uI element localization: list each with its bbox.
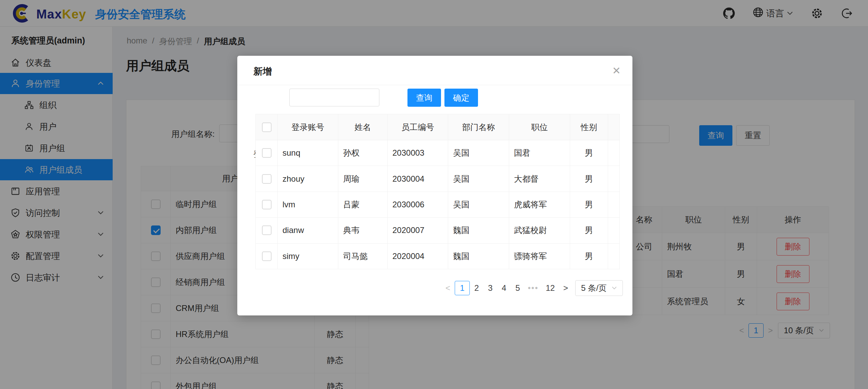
row-checkbox-cell	[256, 218, 278, 243]
modal-pagination: < 1 2 3 4 5 ••• 12 > 5 条/页	[441, 280, 623, 296]
position-cell: 大都督	[509, 166, 570, 192]
modal-divider	[237, 85, 632, 85]
gender-cell: 男	[570, 244, 608, 269]
page-4[interactable]: 4	[497, 281, 511, 295]
account-cell: dianw	[278, 218, 338, 243]
prev-page-button[interactable]: <	[441, 281, 455, 295]
current-page[interactable]: 1	[455, 281, 470, 295]
empno-header: 员工编号	[388, 114, 448, 140]
position-header: 职位	[509, 114, 570, 140]
dept-cell: 吴国	[448, 140, 509, 166]
account-cell: simy	[278, 244, 338, 269]
row-checkbox[interactable]	[262, 251, 272, 261]
empno-cell: 2020007	[388, 218, 448, 243]
position-cell: 骠骑将军	[509, 244, 570, 269]
close-icon[interactable]: ✕	[612, 65, 621, 77]
page-3[interactable]: 3	[483, 281, 497, 295]
empno-cell: 2020004	[388, 244, 448, 269]
page-12[interactable]: 12	[542, 281, 559, 295]
page-5[interactable]: 5	[511, 281, 525, 295]
select-all-cell	[256, 114, 278, 140]
name-cell: 司马懿	[338, 244, 388, 269]
row-checkbox[interactable]	[262, 200, 272, 209]
page-2[interactable]: 2	[470, 281, 483, 295]
account-cell: lvm	[278, 192, 338, 218]
empno-cell: 2030006	[388, 192, 448, 218]
modal-query-button[interactable]: 查询	[407, 89, 441, 107]
name-cell: 周瑜	[338, 166, 388, 192]
ellipsis-pages[interactable]: •••	[525, 281, 542, 295]
page-size-value: 5 条/页	[581, 283, 607, 294]
modal-user-table: 登录账号 姓名 员工编号 部门名称 职位 性别 sunq 孙权 2030003 …	[255, 114, 620, 269]
dept-cell: 吴国	[448, 192, 509, 218]
empno-cell: 2030004	[388, 166, 448, 192]
name-cell: 典韦	[338, 218, 388, 243]
account-cell: sunq	[278, 140, 338, 166]
position-cell: 国君	[509, 140, 570, 166]
dept-cell: 吴国	[448, 166, 509, 192]
row-checkbox[interactable]	[262, 225, 272, 235]
gender-cell: 男	[570, 218, 608, 243]
row-checkbox[interactable]	[262, 148, 272, 158]
account-cell: zhouy	[278, 166, 338, 192]
empno-cell: 2030003	[388, 140, 448, 166]
chevron-down-icon	[612, 286, 617, 290]
modal-confirm-button[interactable]: 确定	[444, 89, 478, 107]
name-cell: 孙权	[338, 140, 388, 166]
row-checkbox-cell	[256, 166, 278, 192]
row-checkbox-cell	[256, 192, 278, 218]
add-member-modal: 新增 ✕ 登录账号: 查询 确定 登录账号 姓名 员工编号 部门名称 职位 性别…	[237, 56, 632, 315]
gender-cell: 男	[570, 192, 608, 218]
gender-cell: 男	[570, 166, 608, 192]
row-checkbox-cell	[256, 244, 278, 269]
name-cell: 吕蒙	[338, 192, 388, 218]
account-header: 登录账号	[278, 114, 338, 140]
position-cell: 虎威将军	[509, 192, 570, 218]
next-page-button[interactable]: >	[559, 281, 573, 295]
modal-title: 新增	[253, 65, 272, 78]
maxkey-admin-screen: MaxKey 身份安全管理系统 语言	[0, 0, 868, 389]
name-header: 姓名	[338, 114, 388, 140]
row-checkbox-cell	[256, 140, 278, 166]
gender-cell: 男	[570, 140, 608, 166]
dept-cell: 魏国	[448, 218, 509, 243]
page-size-select[interactable]: 5 条/页	[575, 280, 623, 296]
row-checkbox[interactable]	[262, 174, 272, 184]
dept-cell: 魏国	[448, 244, 509, 269]
position-cell: 武猛校尉	[509, 218, 570, 243]
select-all-checkbox[interactable]	[262, 122, 272, 132]
dept-header: 部门名称	[448, 114, 509, 140]
gender-header: 性别	[570, 114, 608, 140]
login-account-input[interactable]	[289, 89, 379, 106]
